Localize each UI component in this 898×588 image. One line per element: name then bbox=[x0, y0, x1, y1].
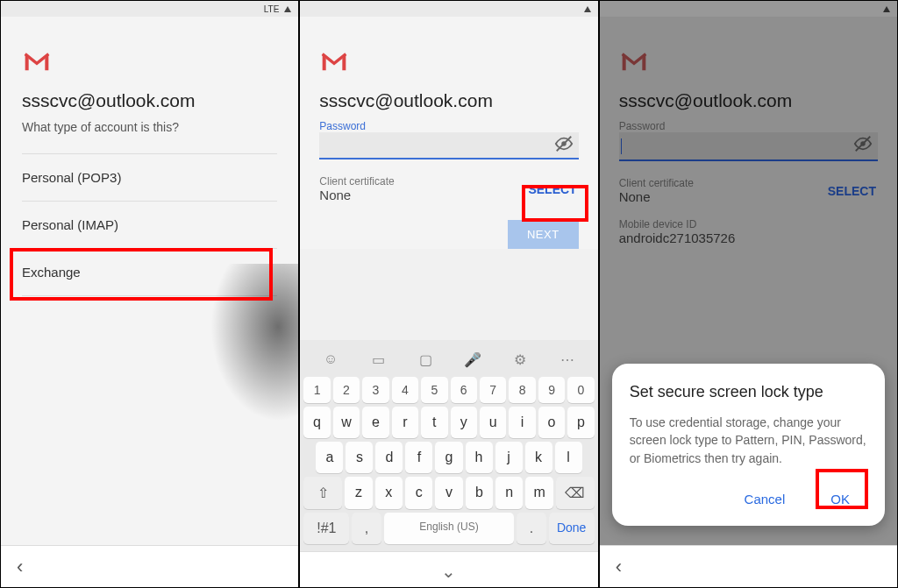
key-done[interactable]: Done bbox=[549, 513, 595, 544]
nav-bar: ‹ bbox=[600, 545, 897, 587]
key-j[interactable]: j bbox=[495, 442, 523, 473]
gmail-logo-icon bbox=[319, 52, 347, 73]
cert-value: None bbox=[319, 188, 394, 202]
option-pop3[interactable]: Personal (POP3) bbox=[22, 153, 277, 201]
phone-screen-2: ssscvc@outlook.com Password Client certi… bbox=[299, 0, 598, 588]
key-t[interactable]: t bbox=[421, 407, 447, 438]
signal-icon bbox=[584, 6, 591, 12]
ok-button[interactable]: OK bbox=[822, 486, 859, 512]
gif-icon[interactable]: ▭ bbox=[368, 351, 388, 368]
gmail-logo-icon bbox=[22, 52, 50, 73]
key-3[interactable]: 3 bbox=[362, 377, 388, 403]
option-imap[interactable]: Personal (IMAP) bbox=[22, 201, 277, 248]
key-p[interactable]: p bbox=[567, 407, 594, 438]
kb-row-1: q w e r t y u i o p bbox=[303, 407, 594, 438]
key-y[interactable]: y bbox=[451, 407, 477, 438]
key-m[interactable]: m bbox=[525, 477, 552, 509]
phone-screen-1: LTE ssscvc@outlook.com What type of acco… bbox=[0, 0, 299, 588]
password-field: Password bbox=[319, 120, 578, 159]
key-space[interactable]: English (US) bbox=[384, 513, 515, 544]
account-type-question: What type of account is this? bbox=[22, 120, 277, 134]
key-1[interactable]: 1 bbox=[303, 377, 330, 403]
key-d[interactable]: d bbox=[375, 442, 403, 473]
key-period[interactable]: . bbox=[517, 513, 545, 544]
sticker-icon[interactable]: ▢ bbox=[416, 351, 435, 368]
key-8[interactable]: 8 bbox=[509, 377, 535, 403]
more-icon[interactable]: ⋯ bbox=[558, 351, 577, 368]
cert-label: Client certificate bbox=[319, 175, 394, 188]
key-0[interactable]: 0 bbox=[567, 377, 594, 403]
key-shift[interactable]: ⇧ bbox=[303, 477, 342, 509]
keyboard: ☺ ▭ ▢ 🎤 ⚙ ⋯ 1 2 3 4 5 6 7 8 9 0 q w e r … bbox=[300, 340, 597, 551]
key-2[interactable]: 2 bbox=[333, 377, 360, 403]
key-x[interactable]: x bbox=[375, 477, 403, 509]
content-area: ssscvc@outlook.com Password Client certi… bbox=[300, 17, 597, 249]
collapse-keyboard-icon[interactable]: ⌄ bbox=[300, 551, 597, 587]
key-a[interactable]: a bbox=[316, 442, 343, 473]
signal-icon bbox=[284, 6, 291, 12]
key-w[interactable]: w bbox=[333, 407, 360, 438]
settings-icon[interactable]: ⚙ bbox=[510, 351, 530, 368]
back-icon[interactable]: ‹ bbox=[17, 556, 23, 578]
key-r[interactable]: r bbox=[392, 407, 418, 438]
key-u[interactable]: u bbox=[480, 407, 506, 438]
key-9[interactable]: 9 bbox=[538, 377, 565, 403]
client-certificate-row: Client certificate None SELECT bbox=[319, 175, 578, 202]
next-button[interactable]: NEXT bbox=[508, 220, 579, 249]
key-l[interactable]: l bbox=[555, 442, 582, 473]
content-area: ssscvc@outlook.com What type of account … bbox=[1, 17, 298, 545]
dialog-body: To use credential storage, change your s… bbox=[630, 414, 867, 467]
key-q[interactable]: q bbox=[303, 407, 330, 438]
key-4[interactable]: 4 bbox=[392, 377, 418, 403]
key-z[interactable]: z bbox=[345, 477, 372, 509]
key-e[interactable]: e bbox=[362, 407, 388, 438]
key-b[interactable]: b bbox=[466, 477, 493, 509]
password-label: Password bbox=[319, 120, 578, 132]
key-k[interactable]: k bbox=[525, 442, 552, 473]
key-5[interactable]: 5 bbox=[421, 377, 447, 403]
phone-screen-3: ssscvc@outlook.com Password Client certi… bbox=[599, 0, 898, 588]
key-comma[interactable]: , bbox=[352, 513, 381, 544]
password-input[interactable] bbox=[319, 132, 578, 159]
secure-lock-dialog: Set secure screen lock type To use crede… bbox=[612, 364, 885, 526]
emoji-icon[interactable]: ☺ bbox=[321, 351, 340, 368]
account-email: ssscvc@outlook.com bbox=[319, 90, 578, 111]
key-o[interactable]: o bbox=[538, 407, 565, 438]
select-button[interactable]: SELECT bbox=[526, 177, 578, 202]
key-c[interactable]: c bbox=[405, 477, 432, 509]
keyboard-toolbar: ☺ ▭ ▢ 🎤 ⚙ ⋯ bbox=[303, 345, 594, 377]
key-i[interactable]: i bbox=[509, 407, 535, 438]
key-6[interactable]: 6 bbox=[451, 377, 477, 403]
option-exchange[interactable]: Exchange bbox=[22, 248, 277, 296]
key-v[interactable]: v bbox=[435, 477, 462, 509]
dialog-buttons: Cancel OK bbox=[630, 483, 867, 515]
dialog-title: Set secure screen lock type bbox=[630, 383, 867, 401]
status-bar: LTE bbox=[1, 1, 298, 17]
account-email: ssscvc@outlook.com bbox=[22, 90, 277, 111]
key-symbols[interactable]: !#1 bbox=[303, 513, 349, 544]
carrier-label: LTE bbox=[264, 4, 280, 14]
kb-row-3: ⇧ z x c v b n m ⌫ bbox=[303, 477, 594, 509]
key-n[interactable]: n bbox=[495, 477, 523, 509]
key-backspace[interactable]: ⌫ bbox=[556, 477, 595, 509]
key-g[interactable]: g bbox=[435, 442, 462, 473]
visibility-toggle-icon[interactable] bbox=[554, 134, 574, 153]
kb-row-4: !#1 , English (US) . Done bbox=[303, 513, 594, 544]
kb-row-2: a s d f g h j k l bbox=[303, 442, 594, 473]
key-7[interactable]: 7 bbox=[480, 377, 506, 403]
status-bar bbox=[300, 1, 597, 17]
key-f[interactable]: f bbox=[405, 442, 432, 473]
voice-icon[interactable]: 🎤 bbox=[463, 351, 482, 368]
kb-row-numbers: 1 2 3 4 5 6 7 8 9 0 bbox=[303, 377, 594, 403]
cancel-button[interactable]: Cancel bbox=[736, 486, 795, 512]
key-s[interactable]: s bbox=[346, 442, 373, 473]
key-h[interactable]: h bbox=[466, 442, 493, 473]
nav-bar: ‹ bbox=[1, 545, 298, 587]
back-icon[interactable]: ‹ bbox=[616, 556, 622, 578]
